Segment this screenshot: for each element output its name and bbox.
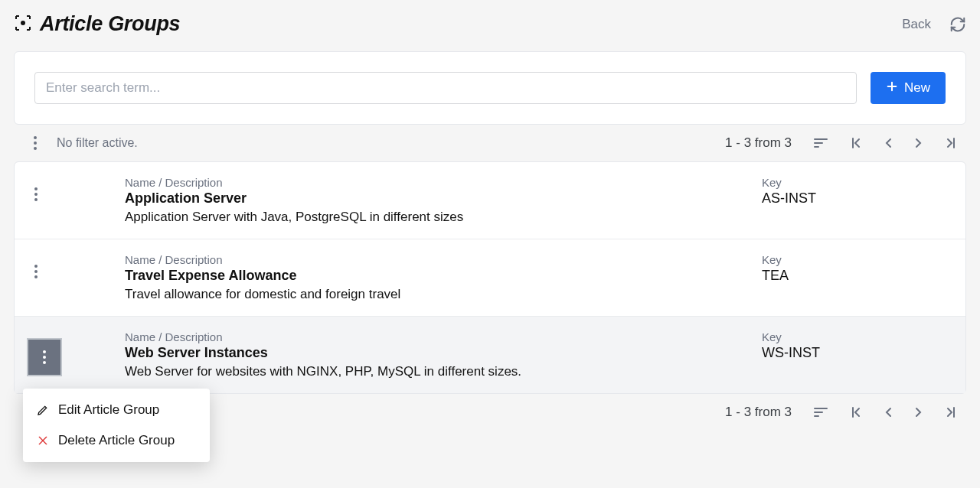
svg-point-9: [34, 275, 38, 278]
filter-status: No filter active.: [57, 136, 138, 150]
svg-point-10: [43, 350, 46, 353]
page-first-button[interactable]: [850, 406, 862, 418]
svg-point-11: [43, 356, 46, 359]
new-button-label: New: [904, 80, 930, 96]
svg-point-3: [34, 147, 37, 150]
row-key: WS-INST: [762, 345, 946, 361]
list-item[interactable]: Name / Description Application Server Ap…: [15, 162, 965, 239]
row-description: Web Server for websites with NGINX, PHP,…: [125, 364, 762, 379]
svg-point-0: [21, 21, 25, 25]
list-item[interactable]: Name / Description Travel Expense Allowa…: [15, 239, 965, 317]
row-name: Web Server Instances: [125, 345, 762, 361]
context-delete[interactable]: Delete Article Group: [23, 425, 210, 456]
row-menu-button[interactable]: [28, 187, 44, 202]
pagination-range: 1 - 3 from 3: [725, 135, 792, 151]
column-label: Key: [762, 176, 946, 189]
context-edit[interactable]: Edit Article Group: [23, 395, 210, 425]
row-menu-button[interactable]: [28, 264, 44, 279]
column-label: Name / Description: [125, 330, 762, 343]
new-button[interactable]: New: [871, 72, 946, 104]
edit-icon: [37, 404, 51, 416]
page-prev-button[interactable]: [884, 406, 893, 418]
page-title: Article Groups: [40, 12, 180, 36]
row-name: Travel Expense Allowance: [125, 268, 762, 284]
page-prev-button[interactable]: [884, 137, 893, 149]
svg-point-7: [34, 265, 38, 268]
row-key: TEA: [762, 268, 946, 284]
back-link[interactable]: Back: [902, 17, 931, 32]
column-label: Key: [762, 330, 946, 343]
plus-icon: [886, 80, 898, 96]
search-panel: New: [14, 51, 966, 125]
svg-point-8: [34, 270, 38, 273]
sort-button[interactable]: [813, 137, 828, 149]
page-last-button[interactable]: [945, 137, 957, 149]
column-label: Name / Description: [125, 176, 762, 189]
row-key: AS-INST: [762, 190, 946, 207]
page-header: Article Groups Back: [14, 12, 966, 36]
page-last-button[interactable]: [945, 406, 957, 418]
article-group-list: Name / Description Application Server Ap…: [14, 161, 966, 394]
column-label: Key: [762, 253, 946, 266]
refresh-button[interactable]: [949, 16, 966, 33]
search-input[interactable]: [34, 72, 857, 104]
filter-menu-button[interactable]: [28, 135, 43, 151]
context-delete-label: Delete Article Group: [58, 433, 175, 448]
context-edit-label: Edit Article Group: [58, 402, 159, 418]
svg-point-1: [34, 136, 37, 139]
app-icon: [14, 14, 32, 35]
page-next-button[interactable]: [914, 137, 923, 149]
svg-point-2: [34, 142, 37, 145]
column-label: Name / Description: [125, 253, 762, 266]
row-menu-button[interactable]: [27, 338, 62, 376]
svg-point-12: [43, 361, 46, 364]
svg-point-5: [34, 193, 38, 196]
row-description: Application Server with Java, PostgreSQL…: [125, 210, 762, 225]
page-first-button[interactable]: [850, 137, 862, 149]
svg-point-6: [34, 198, 38, 201]
sort-button[interactable]: [813, 406, 828, 418]
pagination-range: 1 - 3 from 3: [725, 405, 792, 420]
close-icon: [37, 434, 51, 447]
row-name: Application Server: [125, 190, 762, 207]
page-next-button[interactable]: [914, 406, 923, 418]
list-item[interactable]: Name / Description Web Server Instances …: [15, 317, 965, 393]
list-toolbar-top: No filter active. 1 - 3 from 3: [14, 125, 966, 161]
svg-point-4: [34, 187, 38, 190]
row-description: Travel allowance for domestic and foreig…: [125, 287, 762, 302]
row-context-menu: Edit Article Group Delete Article Group: [23, 389, 210, 462]
